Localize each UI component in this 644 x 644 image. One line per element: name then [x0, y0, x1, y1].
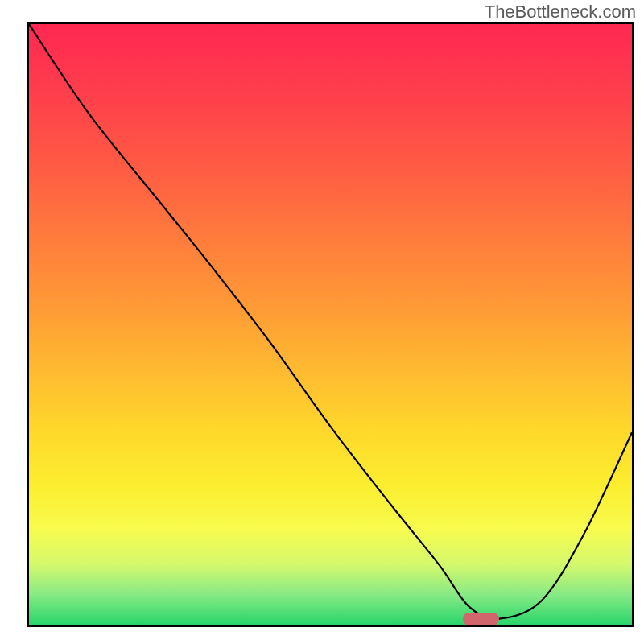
chart-frame	[27, 22, 634, 627]
bottleneck-curve	[29, 24, 632, 625]
optimal-point-marker	[463, 613, 499, 625]
watermark-text: TheBottleneck.com	[485, 2, 636, 23]
